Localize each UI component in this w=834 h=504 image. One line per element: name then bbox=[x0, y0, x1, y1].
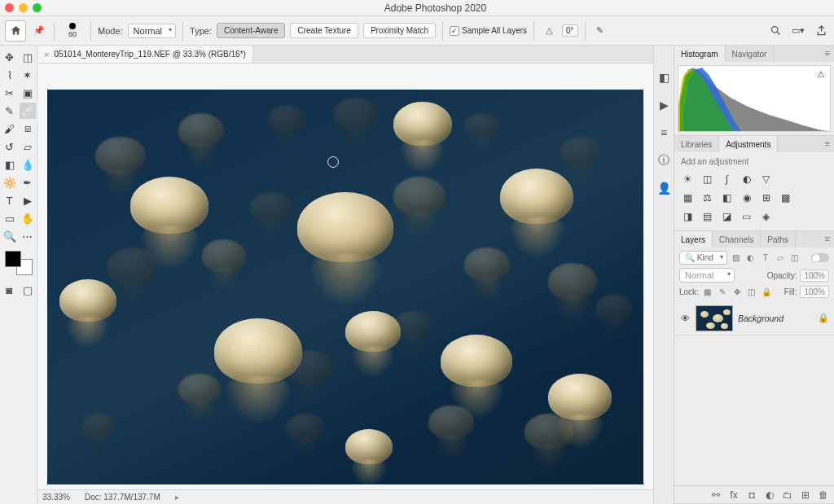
sample-all-layers-checkbox[interactable]: ✓ Sample All Layers bbox=[450, 26, 527, 36]
delete-layer-icon[interactable]: 🗑 bbox=[818, 489, 829, 501]
tab-histogram[interactable]: Histogram bbox=[674, 46, 726, 62]
foreground-color-swatch[interactable] bbox=[5, 251, 21, 267]
layer-name[interactable]: Background bbox=[738, 313, 813, 323]
adjustments-panel-menu-icon[interactable]: ≡ bbox=[821, 136, 834, 152]
lock-transparent-icon[interactable]: ▦ bbox=[702, 287, 713, 298]
brush-tool[interactable]: 🖌 bbox=[2, 121, 18, 137]
healing-brush-tool[interactable]: 🩹 bbox=[20, 103, 36, 119]
hue-sat-icon[interactable]: ▦ bbox=[681, 191, 695, 204]
channel-mixer-icon[interactable]: ⊞ bbox=[759, 191, 773, 204]
share-icon[interactable] bbox=[813, 23, 829, 39]
filter-adjust-icon[interactable]: ◐ bbox=[745, 252, 757, 264]
photo-filter-icon[interactable]: ◉ bbox=[740, 191, 753, 204]
filter-type-icon[interactable]: T bbox=[760, 252, 771, 264]
layer-row[interactable]: 👁 Background 🔒 bbox=[674, 301, 834, 335]
lock-artboard-icon[interactable]: ◫ bbox=[746, 287, 757, 298]
opacity-field[interactable]: 100% bbox=[800, 270, 829, 282]
new-layer-icon[interactable]: ⊞ bbox=[800, 489, 811, 501]
close-window-button[interactable] bbox=[5, 3, 14, 12]
pressure-size-icon[interactable]: ✎ bbox=[592, 23, 608, 39]
layer-style-icon[interactable]: fx bbox=[728, 489, 740, 501]
zoom-tool[interactable]: 🔍 bbox=[2, 228, 18, 244]
threshold-icon[interactable]: ◪ bbox=[720, 209, 734, 223]
curves-icon[interactable]: ∫ bbox=[720, 172, 734, 186]
layers-panel-menu-icon[interactable]: ≡ bbox=[821, 231, 834, 248]
fill-field[interactable]: 100% bbox=[800, 286, 829, 298]
vibrance-icon[interactable]: ▽ bbox=[759, 172, 773, 186]
tab-navigator[interactable]: Navigator bbox=[726, 46, 775, 62]
filter-pixel-icon[interactable]: ▧ bbox=[731, 252, 742, 264]
link-layers-icon[interactable]: ⚯ bbox=[710, 489, 722, 501]
status-disclosure-icon[interactable]: ▸ bbox=[175, 493, 179, 502]
brush-preset-picker[interactable]: 60 bbox=[61, 23, 84, 38]
layer-lock-icon[interactable]: 🔒 bbox=[818, 313, 829, 323]
bw-icon[interactable]: ◧ bbox=[720, 191, 734, 204]
lock-position-icon[interactable]: ✥ bbox=[731, 287, 743, 298]
content-aware-button[interactable]: Content-Aware bbox=[217, 23, 286, 38]
layer-filter-toggle[interactable] bbox=[811, 253, 829, 262]
color-swatches[interactable] bbox=[5, 251, 33, 275]
filter-shape-icon[interactable]: ▱ bbox=[775, 252, 786, 264]
maximize-window-button[interactable] bbox=[33, 3, 42, 12]
canvas-viewport[interactable] bbox=[37, 64, 653, 489]
blend-mode-dropdown[interactable]: Normal bbox=[679, 268, 735, 283]
exposure-icon[interactable]: ◐ bbox=[740, 172, 753, 186]
tab-channels[interactable]: Channels bbox=[713, 231, 761, 248]
lock-image-icon[interactable]: ✎ bbox=[717, 287, 728, 298]
adjustment-layer-icon[interactable]: ◐ bbox=[764, 489, 775, 501]
invert-icon[interactable]: ◨ bbox=[681, 209, 695, 223]
minimize-window-button[interactable] bbox=[19, 3, 28, 12]
pen-tool[interactable]: ✒ bbox=[20, 174, 36, 191]
gradient-map-icon[interactable]: ▭ bbox=[740, 209, 753, 223]
screen-mode-icon[interactable]: ▢ bbox=[20, 282, 36, 298]
blur-tool[interactable]: 💧 bbox=[20, 156, 36, 173]
edit-toolbar[interactable]: ⋯ bbox=[20, 228, 36, 244]
marquee-tool[interactable]: ◫ bbox=[20, 49, 36, 65]
type-tool[interactable]: T bbox=[2, 192, 18, 208]
tab-libraries[interactable]: Libraries bbox=[674, 136, 719, 152]
search-icon[interactable] bbox=[767, 23, 784, 39]
color-balance-icon[interactable]: ⚖ bbox=[700, 191, 714, 204]
layer-group-icon[interactable]: 🗀 bbox=[782, 489, 793, 501]
selective-color-icon[interactable]: ◈ bbox=[759, 209, 773, 223]
blend-mode-dropdown[interactable]: Normal bbox=[128, 24, 176, 38]
layer-filter-kind-dropdown[interactable]: 🔍 Kind bbox=[679, 251, 727, 265]
history-brush-tool[interactable]: ↺ bbox=[2, 138, 18, 155]
path-select-tool[interactable]: ▶ bbox=[20, 192, 36, 208]
pin-icon[interactable]: 📌 bbox=[31, 23, 47, 39]
quick-select-tool[interactable]: ✶ bbox=[20, 67, 36, 83]
quick-mask-icon[interactable]: ◙ bbox=[2, 282, 17, 298]
layer-mask-icon[interactable]: ◘ bbox=[746, 489, 757, 501]
frame-tool[interactable]: ▣ bbox=[20, 85, 36, 101]
filter-smart-icon[interactable]: ◫ bbox=[789, 252, 801, 264]
clone-stamp-tool[interactable]: ⧇ bbox=[20, 121, 36, 137]
color-panel-icon[interactable]: ◧ bbox=[656, 70, 671, 85]
close-tab-icon[interactable]: × bbox=[44, 50, 49, 59]
layer-visibility-icon[interactable]: 👁 bbox=[679, 313, 691, 323]
layer-thumbnail[interactable] bbox=[696, 305, 733, 331]
workspace-switcher-icon[interactable]: ▭▾ bbox=[790, 23, 806, 39]
lasso-tool[interactable]: ⌇ bbox=[2, 67, 18, 83]
home-button[interactable] bbox=[5, 20, 26, 42]
move-tool[interactable]: ✥ bbox=[2, 49, 18, 65]
hand-tool[interactable]: ✋ bbox=[20, 210, 36, 226]
tab-layers[interactable]: Layers bbox=[674, 231, 713, 248]
zoom-level[interactable]: 33.33% bbox=[42, 493, 70, 502]
actions-panel-icon[interactable]: ▶ bbox=[656, 98, 671, 112]
brightness-contrast-icon[interactable]: ☀ bbox=[681, 172, 695, 186]
tab-adjustments[interactable]: Adjustments bbox=[719, 136, 778, 152]
gradient-tool[interactable]: ◧ bbox=[2, 156, 18, 173]
posterize-icon[interactable]: ▤ bbox=[700, 209, 714, 223]
angle-field[interactable]: 0° bbox=[562, 24, 578, 37]
histogram-warning-icon[interactable]: ⚠ bbox=[817, 69, 825, 80]
levels-icon[interactable]: ◫ bbox=[700, 172, 714, 186]
crop-tool[interactable]: ✂ bbox=[2, 85, 18, 101]
shape-tool[interactable]: ▭ bbox=[2, 210, 18, 226]
dodge-tool[interactable]: 🔆 bbox=[2, 174, 18, 191]
lock-all-icon[interactable]: 🔒 bbox=[761, 287, 772, 298]
tab-paths[interactable]: Paths bbox=[761, 231, 796, 248]
create-texture-button[interactable]: Create Texture bbox=[290, 23, 358, 38]
color-lookup-icon[interactable]: ▩ bbox=[779, 191, 792, 204]
eyedropper-tool[interactable]: ✎ bbox=[2, 103, 18, 119]
document-tab[interactable]: × 051014_MontereyTrip_119.NEF @ 33.3% (R… bbox=[37, 46, 253, 63]
